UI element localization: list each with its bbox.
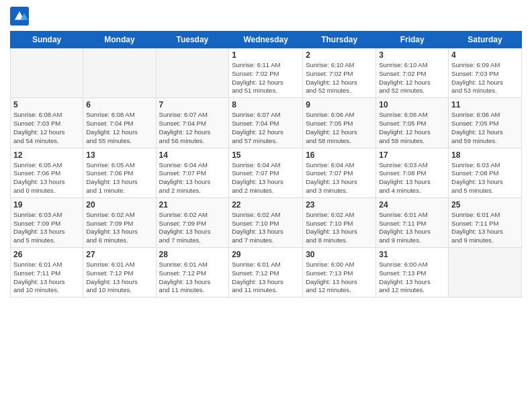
day-number: 11	[451, 100, 519, 109]
calendar-cell: 20Sunrise: 6:02 AM Sunset: 7:09 PM Dayli…	[83, 197, 156, 247]
day-info: Sunrise: 6:07 AM Sunset: 7:04 PM Dayligh…	[232, 111, 300, 145]
day-info: Sunrise: 6:06 AM Sunset: 7:05 PM Dayligh…	[379, 111, 445, 145]
logo-icon	[10, 7, 29, 26]
day-info: Sunrise: 6:02 AM Sunset: 7:09 PM Dayligh…	[86, 211, 152, 245]
weekday-sunday: Sunday	[11, 32, 83, 48]
week-row-3: 12Sunrise: 6:05 AM Sunset: 7:06 PM Dayli…	[11, 148, 522, 197]
main-container: SundayMondayTuesdayWednesdayThursdayFrid…	[0, 0, 532, 304]
day-info: Sunrise: 6:04 AM Sunset: 7:07 PM Dayligh…	[306, 161, 373, 195]
day-number: 27	[86, 250, 152, 259]
weekday-tuesday: Tuesday	[156, 32, 229, 48]
day-info: Sunrise: 6:03 AM Sunset: 7:08 PM Dayligh…	[451, 161, 519, 195]
calendar-cell: 30Sunrise: 6:00 AM Sunset: 7:13 PM Dayli…	[303, 248, 376, 298]
day-info: Sunrise: 6:10 AM Sunset: 7:02 PM Dayligh…	[306, 61, 373, 95]
weekday-monday: Monday	[83, 32, 156, 48]
day-info: Sunrise: 6:03 AM Sunset: 7:09 PM Dayligh…	[13, 211, 80, 245]
day-number: 29	[232, 250, 300, 259]
day-info: Sunrise: 6:00 AM Sunset: 7:13 PM Dayligh…	[379, 261, 445, 295]
day-info: Sunrise: 6:04 AM Sunset: 7:07 PM Dayligh…	[159, 161, 226, 195]
calendar-cell: 23Sunrise: 6:02 AM Sunset: 7:10 PM Dayli…	[303, 197, 376, 247]
calendar-cell: 31Sunrise: 6:00 AM Sunset: 7:13 PM Dayli…	[376, 248, 449, 298]
day-info: Sunrise: 6:03 AM Sunset: 7:08 PM Dayligh…	[379, 161, 445, 195]
calendar-cell: 24Sunrise: 6:01 AM Sunset: 7:11 PM Dayli…	[376, 197, 449, 247]
day-number: 31	[379, 250, 445, 259]
logo	[10, 7, 32, 26]
week-row-1: 1Sunrise: 6:11 AM Sunset: 7:02 PM Daylig…	[11, 48, 522, 98]
day-info: Sunrise: 6:02 AM Sunset: 7:10 PM Dayligh…	[306, 211, 373, 245]
weekday-thursday: Thursday	[303, 32, 376, 48]
day-number: 4	[451, 50, 519, 60]
day-number: 2	[306, 50, 373, 60]
week-row-4: 19Sunrise: 6:03 AM Sunset: 7:09 PM Dayli…	[11, 197, 522, 247]
day-number: 8	[232, 100, 300, 109]
calendar-cell: 22Sunrise: 6:02 AM Sunset: 7:10 PM Dayli…	[229, 197, 303, 247]
calendar-table: SundayMondayTuesdayWednesdayThursdayFrid…	[10, 31, 522, 298]
calendar-cell	[156, 48, 229, 98]
calendar-cell: 13Sunrise: 6:05 AM Sunset: 7:06 PM Dayli…	[83, 148, 156, 197]
day-number: 28	[159, 250, 226, 259]
day-number: 25	[451, 200, 519, 210]
calendar-cell: 9Sunrise: 6:06 AM Sunset: 7:05 PM Daylig…	[303, 98, 376, 148]
calendar-cell: 16Sunrise: 6:04 AM Sunset: 7:07 PM Dayli…	[303, 148, 376, 197]
day-info: Sunrise: 6:07 AM Sunset: 7:04 PM Dayligh…	[159, 111, 226, 145]
day-number: 23	[306, 200, 373, 210]
calendar-cell: 11Sunrise: 6:06 AM Sunset: 7:05 PM Dayli…	[449, 98, 522, 148]
day-info: Sunrise: 6:10 AM Sunset: 7:02 PM Dayligh…	[379, 61, 445, 95]
day-number: 1	[232, 50, 300, 60]
calendar-cell: 8Sunrise: 6:07 AM Sunset: 7:04 PM Daylig…	[229, 98, 303, 148]
week-row-5: 26Sunrise: 6:01 AM Sunset: 7:11 PM Dayli…	[11, 248, 522, 298]
day-number: 15	[232, 150, 300, 160]
weekday-wednesday: Wednesday	[229, 32, 303, 48]
day-number: 12	[13, 150, 80, 160]
calendar-cell: 6Sunrise: 6:08 AM Sunset: 7:04 PM Daylig…	[83, 98, 156, 148]
calendar-cell	[11, 48, 83, 98]
day-number: 7	[159, 100, 226, 109]
day-info: Sunrise: 6:06 AM Sunset: 7:05 PM Dayligh…	[306, 111, 373, 145]
calendar-cell: 29Sunrise: 6:01 AM Sunset: 7:12 PM Dayli…	[229, 248, 303, 298]
calendar-cell: 25Sunrise: 6:01 AM Sunset: 7:11 PM Dayli…	[449, 197, 522, 247]
day-number: 18	[451, 150, 519, 160]
calendar-cell: 28Sunrise: 6:01 AM Sunset: 7:12 PM Dayli…	[156, 248, 229, 298]
day-number: 3	[379, 50, 445, 60]
calendar-cell: 17Sunrise: 6:03 AM Sunset: 7:08 PM Dayli…	[376, 148, 449, 197]
day-number: 16	[306, 150, 373, 160]
calendar-cell: 26Sunrise: 6:01 AM Sunset: 7:11 PM Dayli…	[11, 248, 83, 298]
day-info: Sunrise: 6:02 AM Sunset: 7:09 PM Dayligh…	[159, 211, 226, 245]
weekday-saturday: Saturday	[449, 32, 522, 48]
calendar-cell: 14Sunrise: 6:04 AM Sunset: 7:07 PM Dayli…	[156, 148, 229, 197]
day-info: Sunrise: 6:04 AM Sunset: 7:07 PM Dayligh…	[232, 161, 300, 195]
header	[10, 7, 522, 26]
day-number: 21	[159, 200, 226, 210]
day-info: Sunrise: 6:01 AM Sunset: 7:11 PM Dayligh…	[451, 211, 519, 245]
day-info: Sunrise: 6:01 AM Sunset: 7:12 PM Dayligh…	[159, 261, 226, 295]
day-info: Sunrise: 6:08 AM Sunset: 7:03 PM Dayligh…	[13, 111, 80, 145]
calendar-cell: 19Sunrise: 6:03 AM Sunset: 7:09 PM Dayli…	[11, 197, 83, 247]
calendar-cell: 5Sunrise: 6:08 AM Sunset: 7:03 PM Daylig…	[11, 98, 83, 148]
day-number: 24	[379, 200, 445, 210]
day-number: 26	[13, 250, 80, 259]
week-row-2: 5Sunrise: 6:08 AM Sunset: 7:03 PM Daylig…	[11, 98, 522, 148]
calendar-cell: 12Sunrise: 6:05 AM Sunset: 7:06 PM Dayli…	[11, 148, 83, 197]
calendar-cell: 4Sunrise: 6:09 AM Sunset: 7:03 PM Daylig…	[449, 48, 522, 98]
calendar-cell: 2Sunrise: 6:10 AM Sunset: 7:02 PM Daylig…	[303, 48, 376, 98]
day-info: Sunrise: 6:01 AM Sunset: 7:11 PM Dayligh…	[379, 211, 445, 245]
day-number: 5	[13, 100, 80, 109]
day-info: Sunrise: 6:08 AM Sunset: 7:04 PM Dayligh…	[86, 111, 152, 145]
day-number: 9	[306, 100, 373, 109]
day-info: Sunrise: 6:02 AM Sunset: 7:10 PM Dayligh…	[232, 211, 300, 245]
day-info: Sunrise: 6:09 AM Sunset: 7:03 PM Dayligh…	[451, 61, 519, 95]
day-number: 19	[13, 200, 80, 210]
day-number: 6	[86, 100, 152, 109]
weekday-friday: Friday	[376, 32, 449, 48]
calendar-cell: 27Sunrise: 6:01 AM Sunset: 7:12 PM Dayli…	[83, 248, 156, 298]
day-number: 17	[379, 150, 445, 160]
day-info: Sunrise: 6:06 AM Sunset: 7:05 PM Dayligh…	[451, 111, 519, 145]
day-number: 10	[379, 100, 445, 109]
day-number: 13	[86, 150, 152, 160]
calendar-cell: 21Sunrise: 6:02 AM Sunset: 7:09 PM Dayli…	[156, 197, 229, 247]
day-number: 20	[86, 200, 152, 210]
day-info: Sunrise: 6:05 AM Sunset: 7:06 PM Dayligh…	[13, 161, 80, 195]
calendar-cell	[83, 48, 156, 98]
day-info: Sunrise: 6:01 AM Sunset: 7:12 PM Dayligh…	[86, 261, 152, 295]
day-info: Sunrise: 6:05 AM Sunset: 7:06 PM Dayligh…	[86, 161, 152, 195]
